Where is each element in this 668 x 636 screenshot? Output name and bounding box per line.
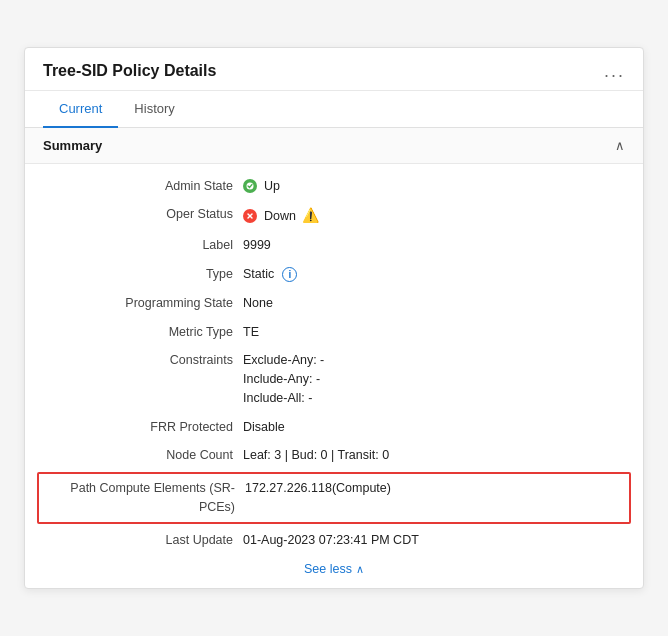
panel: Tree-SID Policy Details ... Current Hist… (24, 47, 644, 590)
see-less-label: See less (304, 562, 352, 576)
label-value-text: 9999 (243, 236, 271, 255)
label-metric-type: Metric Type (43, 323, 243, 342)
row-oper-status: Oper Status Down ⚠️ (25, 200, 643, 231)
value-node-count: Leaf: 3 | Bud: 0 | Transit: 0 (243, 446, 625, 465)
see-less-arrow-icon: ∧ (356, 563, 364, 576)
tab-current[interactable]: Current (43, 91, 118, 128)
label-frr-protected: FRR Protected (43, 418, 243, 437)
tab-history[interactable]: History (118, 91, 190, 128)
label-oper-status: Oper Status (43, 205, 243, 224)
status-red-icon (243, 209, 257, 223)
panel-menu-icon[interactable]: ... (604, 62, 625, 80)
row-label: Label 9999 (25, 231, 643, 260)
label-last-update: Last Update (43, 531, 243, 550)
summary-content: Admin State Up Oper Status Down ⚠️ Label (25, 164, 643, 589)
collapse-icon[interactable]: ∧ (615, 138, 625, 153)
constraints-include-all: Include-All: - (243, 389, 312, 408)
constraints-exclude: Exclude-Any: - (243, 351, 324, 370)
value-metric-type: TE (243, 323, 625, 342)
value-type: Static i (243, 265, 625, 284)
oper-status-text: Down (264, 207, 296, 226)
metric-type-text: TE (243, 323, 259, 342)
value-oper-status: Down ⚠️ (243, 205, 625, 226)
value-last-update: 01-Aug-2023 07:23:41 PM CDT (243, 531, 625, 550)
label-path-compute-elements: Path Compute Elements (SR-PCEs) (45, 479, 245, 517)
see-less-button[interactable]: See less ∧ (25, 554, 643, 584)
value-admin-state: Up (243, 177, 625, 196)
value-constraints: Exclude-Any: - Include-Any: - Include-Al… (243, 351, 625, 407)
node-count-text: Leaf: 3 | Bud: 0 | Transit: 0 (243, 446, 389, 465)
admin-state-text: Up (264, 177, 280, 196)
row-metric-type: Metric Type TE (25, 318, 643, 347)
row-type: Type Static i (25, 260, 643, 289)
value-path-compute-elements: 172.27.226.118(Compute) (245, 479, 623, 498)
status-green-icon (243, 179, 257, 193)
label-constraints: Constraints (43, 351, 243, 370)
frr-protected-text: Disable (243, 418, 285, 437)
value-label: 9999 (243, 236, 625, 255)
programming-state-text: None (243, 294, 273, 313)
value-programming-state: None (243, 294, 625, 313)
label-type: Type (43, 265, 243, 284)
row-last-update: Last Update 01-Aug-2023 07:23:41 PM CDT (25, 526, 643, 555)
section-summary-header: Summary ∧ (25, 128, 643, 164)
section-title: Summary (43, 138, 102, 153)
tabs: Current History (25, 91, 643, 128)
label-label: Label (43, 236, 243, 255)
row-programming-state: Programming State None (25, 289, 643, 318)
panel-title: Tree-SID Policy Details (43, 62, 216, 80)
label-admin-state: Admin State (43, 177, 243, 196)
last-update-text: 01-Aug-2023 07:23:41 PM CDT (243, 531, 419, 550)
type-text: Static (243, 265, 274, 284)
value-frr-protected: Disable (243, 418, 625, 437)
row-frr-protected: FRR Protected Disable (25, 413, 643, 442)
label-programming-state: Programming State (43, 294, 243, 313)
row-constraints: Constraints Exclude-Any: - Include-Any: … (25, 346, 643, 412)
row-admin-state: Admin State Up (25, 172, 643, 201)
row-path-compute-elements: Path Compute Elements (SR-PCEs) 172.27.2… (37, 472, 631, 524)
info-icon[interactable]: i (282, 267, 297, 282)
constraints-include-any: Include-Any: - (243, 370, 320, 389)
label-node-count: Node Count (43, 446, 243, 465)
path-compute-text: 172.27.226.118(Compute) (245, 479, 391, 498)
warning-icon: ⚠️ (302, 205, 319, 226)
row-node-count: Node Count Leaf: 3 | Bud: 0 | Transit: 0 (25, 441, 643, 470)
panel-header: Tree-SID Policy Details ... (25, 48, 643, 91)
